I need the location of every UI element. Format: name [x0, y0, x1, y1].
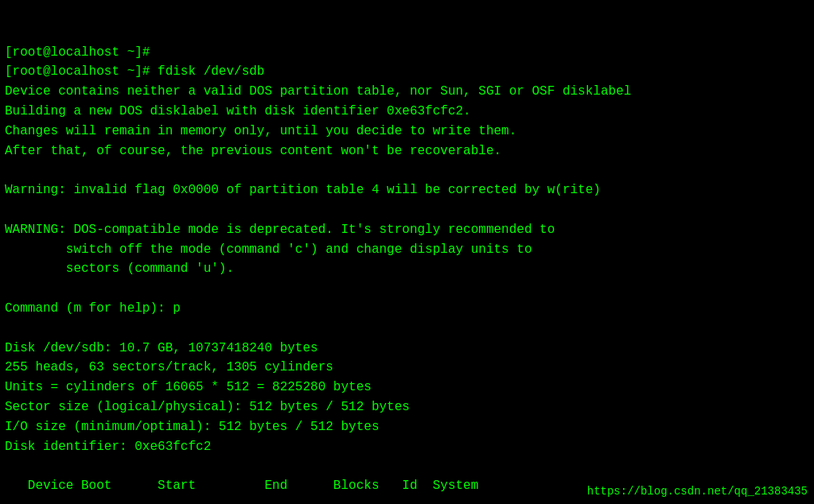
terminal-line: Command (m for help): p	[5, 299, 809, 319]
terminal-line	[5, 161, 809, 180]
terminal-line: Changes will remain in memory only, unti…	[5, 122, 809, 142]
terminal-line: [root@localhost ~]#	[5, 43, 809, 63]
terminal-line: WARNING: DOS-compatible mode is deprecat…	[5, 220, 809, 240]
terminal-line	[5, 319, 809, 339]
terminal-line: After that, of course, the previous cont…	[5, 142, 809, 161]
terminal-line: [root@localhost ~]# fdisk /dev/sdb	[5, 62, 809, 82]
terminal-line: Sector size (logical/physical): 512 byte…	[5, 397, 809, 417]
terminal-line: Units = cylinders of 16065 * 512 = 82252…	[5, 378, 809, 397]
terminal-line: Disk identifier: 0xe63fcfc2	[5, 437, 809, 457]
terminal-line: Warning: invalid flag 0x0000 of partitio…	[5, 180, 809, 200]
terminal-window[interactable]: [root@localhost ~]#[root@localhost ~]# f…	[0, 0, 814, 504]
terminal-line: Device contains neither a valid DOS part…	[5, 82, 809, 102]
terminal-line: I/O size (minimum/optimal): 512 bytes / …	[5, 417, 809, 437]
terminal-line: Disk /dev/sdb: 10.7 GB, 10737418240 byte…	[5, 339, 809, 359]
terminal-line	[5, 456, 809, 476]
url-bar: https://blog.csdn.net/qq_21383435	[587, 485, 808, 498]
terminal-line: sectors (command 'u').	[5, 259, 809, 279]
terminal-line	[5, 279, 809, 299]
terminal-line: 255 heads, 63 sectors/track, 1305 cylind…	[5, 358, 809, 378]
terminal-line	[5, 200, 809, 220]
terminal-line: switch off the mode (command 'c') and ch…	[5, 240, 809, 260]
terminal-line: Building a new DOS disklabel with disk i…	[5, 102, 809, 122]
